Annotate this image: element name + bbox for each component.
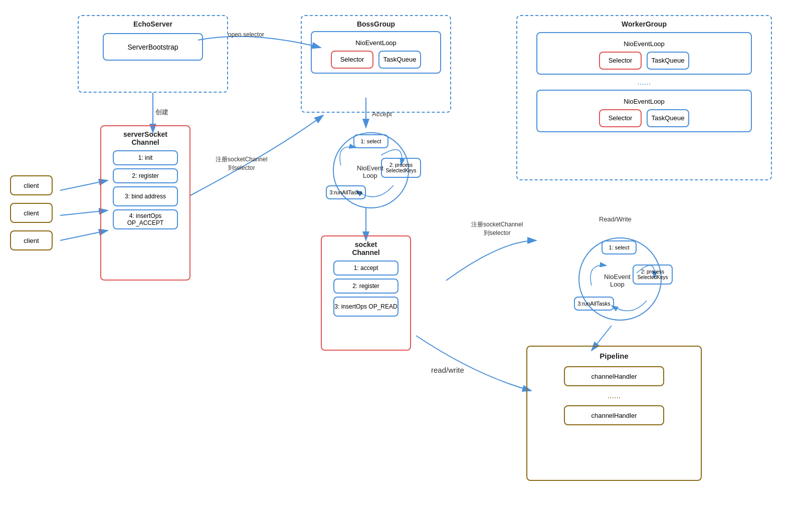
ssc-step2-label: 2: register (132, 172, 158, 179)
worker-process-box: 2: processSelectedKeys (633, 264, 673, 285)
worker-selector1-label: Selector (609, 57, 633, 64)
socket-channel-title: socketChannel (352, 240, 379, 256)
ssc-step1-box: 1: init (113, 150, 178, 165)
worker-taskqueue1-label: TaskQueue (652, 57, 685, 64)
boss-group-title: BossGroup (357, 20, 395, 28)
ssc-step1-label: 1: init (138, 154, 153, 161)
boss-select-box: 1: select (353, 134, 388, 148)
sc-step2-box: 2: register (333, 279, 399, 294)
sc-step3-label: 3: insertOps OP_READ (334, 303, 397, 310)
worker-taskqueue2-box: TaskQueue (647, 109, 689, 127)
worker-dots1: ...... (638, 78, 651, 87)
boss-select-label: 1: select (361, 138, 381, 144)
pipeline-title: Pipeline (600, 352, 629, 360)
worker-group-box: WorkerGroup NioEventLoop Selector TaskQu… (516, 15, 772, 180)
boss-nioeventloop-center-label: NioEventLoop (357, 164, 383, 179)
channel-handler1-label: channelHandler (591, 373, 637, 380)
socket-channel-box: socketChannel 1: accept 2: register 3: i… (321, 235, 411, 351)
sc-step3-box: 3: insertOps OP_READ (333, 297, 399, 317)
worker-selector1-box: Selector (599, 52, 642, 70)
ssc-step4-box: 4: insertOps OP_ACCEPT (113, 209, 178, 229)
worker-selector2-label: Selector (609, 114, 633, 122)
echo-server-box: EchoServer ServerBootstrap (78, 15, 228, 93)
worker-select-label: 1: select (609, 244, 630, 250)
read-write-label: Read/Write (599, 215, 632, 223)
channel-handler1-box: channelHandler (564, 366, 664, 386)
server-socket-channel-title: serverSocketChannel (123, 130, 167, 146)
worker-nio-loop-container: NioEventLoop 1: select 2: processSelecte… (576, 235, 664, 323)
boss-group-box: BossGroup NioEventLoop Selector TaskQueu… (301, 15, 451, 113)
worker-runalltasks-box: 3:runAllTasks (574, 297, 614, 311)
register-socket-channel-label2: 注册socketChannel到selector (471, 220, 523, 237)
boss-nio-eventloop-label: NioEventLoop (355, 39, 397, 47)
boss-nio-eventloop-box: NioEventLoop Selector TaskQueue (311, 31, 441, 74)
client3-box: client (10, 230, 53, 250)
server-socket-channel-box: serverSocketChannel 1: init 2: register … (100, 125, 190, 281)
sc-step2-label: 2: register (352, 283, 379, 290)
client2-box: client (10, 203, 53, 223)
accept-label: Accept (372, 110, 392, 118)
worker-nio1-box: NioEventLoop Selector TaskQueue (536, 32, 752, 75)
channel-handler2-box: channelHandler (564, 405, 664, 425)
register-socket-channel-label: 注册socketChannel到selector (216, 155, 267, 172)
worker-runalltasks-label: 3:runAllTasks (577, 301, 610, 307)
worker-select-box: 1: select (602, 240, 637, 254)
boss-runalltasks-label: 3:runAllTasks (329, 189, 362, 195)
client2-label: client (24, 209, 39, 217)
channel-handler2-label: channelHandler (591, 412, 637, 419)
worker-process-label: 2: processSelectedKeys (637, 269, 668, 280)
open-selector-label: open selector (228, 31, 264, 38)
pipeline-box: Pipeline channelHandler ...... channelHa… (526, 346, 702, 481)
worker-taskqueue1-box: TaskQueue (647, 52, 689, 70)
sc-step1-label: 1: accept (354, 264, 378, 272)
server-bootstrap-label: ServerBootstrap (127, 43, 178, 51)
create-label: 创建 (155, 108, 168, 117)
worker-nioeventloop-center-label: NioEventLoop (604, 273, 631, 288)
ssc-step2-box: 2: register (113, 168, 178, 183)
boss-process-label: 2: processSelectedKeys (385, 162, 416, 173)
boss-selector-label: Selector (340, 56, 364, 63)
worker-group-title: WorkerGroup (622, 20, 667, 28)
client1-label: client (24, 182, 39, 189)
pipeline-dots: ...... (608, 391, 621, 400)
server-bootstrap-box: ServerBootstrap (103, 33, 203, 61)
ssc-step4-label: 4: insertOps OP_ACCEPT (114, 212, 177, 226)
worker-nio2-box: NioEventLoop Selector TaskQueue (536, 90, 752, 132)
client1-box: client (10, 175, 53, 195)
read-write-bottom-label: read/write (431, 366, 464, 374)
worker-nio1-label: NioEventLoop (624, 40, 665, 48)
boss-nio-loop-container: NioEventLoop 1: select 2: processSelecte… (331, 130, 411, 210)
echo-server-title: EchoServer (133, 20, 172, 28)
worker-taskqueue2-label: TaskQueue (652, 114, 685, 122)
sc-step1-box: 1: accept (333, 260, 399, 276)
worker-selector2-box: Selector (599, 109, 642, 127)
boss-taskqueue-box: TaskQueue (378, 51, 421, 69)
ssc-step3-label: 3: bind address (125, 193, 166, 200)
diagram: EchoServer ServerBootstrap 创建 BossGroup … (0, 0, 793, 532)
boss-runalltasks-box: 3:runAllTasks (326, 185, 366, 199)
boss-process-box: 2: processSelectedKeys (381, 158, 421, 178)
ssc-step3-box: 3: bind address (113, 186, 178, 206)
boss-selector-box: Selector (331, 51, 373, 69)
client3-label: client (24, 237, 39, 244)
boss-taskqueue-label: TaskQueue (383, 56, 417, 63)
worker-nio2-label: NioEventLoop (624, 98, 665, 105)
